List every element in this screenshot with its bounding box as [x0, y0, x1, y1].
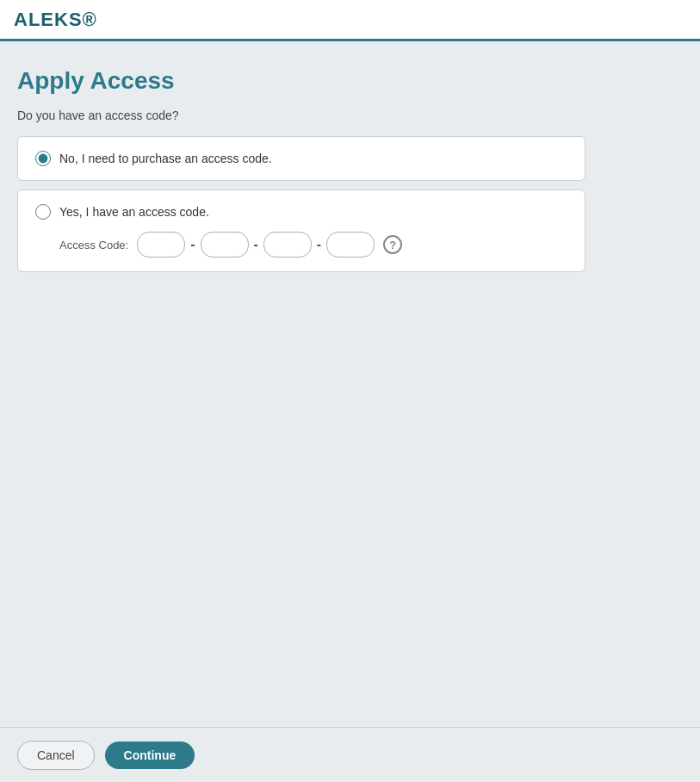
continue-button[interactable]: Continue: [105, 742, 195, 769]
option-row-2: Yes, I have an access code.: [35, 204, 567, 220]
option-label-yes-code[interactable]: Yes, I have an access code.: [59, 205, 209, 219]
radio-no-code[interactable]: [35, 151, 51, 166]
option-card-no-code: No, I need to purchase an access code.: [17, 136, 585, 181]
separator-1: -: [190, 237, 195, 252]
page-title: Apply Access: [17, 67, 683, 95]
option-label-no-code[interactable]: No, I need to purchase an access code.: [59, 152, 272, 165]
separator-2: -: [254, 237, 258, 252]
app-header: ALEKS®: [0, 0, 700, 41]
option-row-1: No, I need to purchase an access code.: [35, 151, 567, 166]
page-subtitle: Do you have an access code?: [17, 109, 683, 122]
option-card-yes-code: Yes, I have an access code. Access Code:…: [17, 189, 585, 272]
help-icon[interactable]: ?: [383, 235, 402, 254]
access-code-label: Access Code:: [59, 239, 128, 251]
code-input-1[interactable]: [137, 232, 185, 258]
radio-yes-code[interactable]: [35, 204, 51, 220]
cancel-button[interactable]: Cancel: [17, 741, 95, 770]
code-input-3[interactable]: [263, 232, 312, 258]
aleks-logo: ALEKS®: [14, 9, 97, 31]
access-code-row: Access Code: - - - ?: [35, 232, 567, 258]
separator-3: -: [317, 237, 321, 252]
code-input-2[interactable]: [201, 232, 249, 258]
main-content: Apply Access Do you have an access code?…: [0, 41, 700, 727]
code-input-4[interactable]: [326, 232, 375, 258]
footer: Cancel Continue: [0, 727, 700, 782]
